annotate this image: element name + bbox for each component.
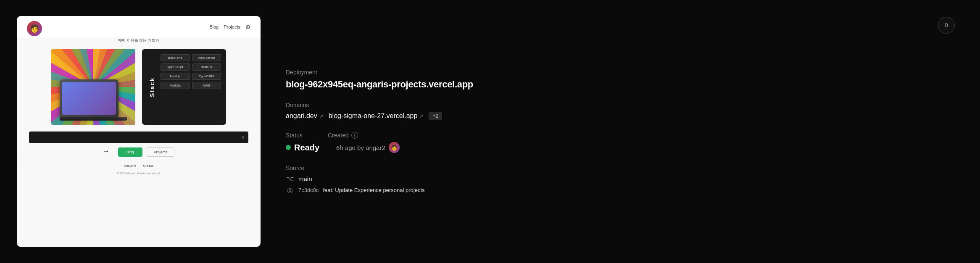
ready-text: Ready <box>294 143 319 153</box>
stack-badge-typescript: TypeScript <box>161 63 190 71</box>
stack-badge-nestjs: Nest.js <box>161 73 190 80</box>
commit-message: feat: Update Experience personal project… <box>323 187 424 193</box>
main-container: 🧑 Blog Projects ⊕ 매번 이유를 찾는 개발자 <box>0 0 980 263</box>
preview-iframe: 🧑 Blog Projects ⊕ 매번 이유를 찾는 개발자 <box>17 16 261 247</box>
domains-row: angari.dev ↗ blog-sigma-one-27.vercel.ap… <box>286 112 963 120</box>
domains-label: Domains <box>286 102 963 108</box>
created-label: Created <box>328 132 349 139</box>
footer-hash: # <box>242 135 244 139</box>
info-panel: Deployment blog-962x945eq-angaris-projec… <box>286 65 963 198</box>
status-section: Status Created i Ready 6h ago by angar2 … <box>286 132 963 153</box>
mock-github-bottom-link[interactable]: GitHub <box>143 164 153 168</box>
status-ready-row: Ready 6h ago by angar2 🧑 <box>286 142 963 153</box>
mock-projects-btn[interactable]: Projects <box>147 147 175 157</box>
domain2-text: blog-sigma-one-27.vercel.app <box>329 112 418 120</box>
mock-nav-links: Blog Projects ⊕ <box>209 24 250 30</box>
ready-dot <box>286 145 291 150</box>
plus-badge[interactable]: +2 <box>429 112 442 120</box>
laptop-screen <box>62 82 116 115</box>
mock-nav-buttons: → Blog Projects <box>17 147 261 157</box>
domain1-external-icon: ↗ <box>319 113 324 119</box>
source-section: Source ⌥ main ◎ 7c3dc0c feat: Update Exp… <box>286 165 963 194</box>
source-row: ⌥ main ◎ 7c3dc0c feat: Update Experience… <box>286 175 963 194</box>
mock-bottom-nav: Resume GitHub <box>17 161 261 170</box>
mock-laptop <box>60 70 127 121</box>
created-info: 6h ago by angar2 🧑 <box>336 142 400 153</box>
mock-logo: 🧑 <box>27 21 42 36</box>
created-col: Created i <box>328 132 358 139</box>
mock-projects-link[interactable]: Projects <box>224 24 240 29</box>
mock-blog-btn[interactable]: Blog <box>118 147 142 157</box>
laptop-base <box>60 117 127 121</box>
domain1-link[interactable]: angari.dev ↗ <box>286 112 324 120</box>
created-info-text: 6h ago by angar2 <box>336 144 385 151</box>
deployment-label: Deployment <box>286 69 963 76</box>
commit-icon: ◎ <box>286 186 294 194</box>
stack-badge-nodejs: Node.js <box>192 63 221 71</box>
mock-copyright: © 2024 Angari, Hosted on Vercel. <box>17 170 261 176</box>
mock-resume-link[interactable]: Resume <box>124 164 137 168</box>
branch-name[interactable]: main <box>298 175 312 182</box>
deployment-section: Deployment blog-962x945eq-angaris-projec… <box>286 69 963 90</box>
notification-badge[interactable]: 0 <box>938 17 955 34</box>
branch-item: ⌥ main <box>286 175 963 183</box>
commit-item: ◎ 7c3dc0c feat: Update Experience person… <box>286 186 963 194</box>
status-col-label: Status <box>286 132 311 139</box>
branch-icon: ⌥ <box>286 175 294 183</box>
commit-hash[interactable]: 7c3dc0c <box>298 187 319 193</box>
laptop-shape <box>60 79 119 117</box>
domain2-external-icon: ↗ <box>419 113 424 119</box>
mock-blog-link[interactable]: Blog <box>209 24 219 29</box>
mock-nav: 🧑 Blog Projects ⊕ <box>17 16 261 38</box>
mock-arrow: → <box>103 147 110 157</box>
stack-label: Stack <box>147 54 157 120</box>
source-label: Source <box>286 165 963 171</box>
user-avatar: 🧑 <box>389 142 400 153</box>
preview-panel: 🧑 Blog Projects ⊕ 매번 이유를 찾는 개발자 <box>17 16 261 247</box>
domains-section: Domains angari.dev ↗ blog-sigma-one-27.v… <box>286 102 963 120</box>
mock-content-area: Stack Back-end Web-server TypeScript Nod… <box>17 49 261 125</box>
info-icon[interactable]: i <box>351 132 358 139</box>
github-nav-icon[interactable]: ⊕ <box>245 24 250 30</box>
mock-stack-panel: Stack Back-end Web-server TypeScript Nod… <box>142 49 226 125</box>
mock-hero-subtitle: 매번 이유를 찾는 개발자 <box>17 38 261 43</box>
stack-badge-webserver: Web-server <box>192 54 221 61</box>
stack-badge-aws: AWS <box>192 82 221 89</box>
status-created-row: Status Created i <box>286 132 963 139</box>
mock-image-area <box>51 49 135 125</box>
domain1-text: angari.dev <box>286 112 317 120</box>
notification-count: 0 <box>945 22 948 29</box>
stack-grid: Back-end Web-server TypeScript Node.js N… <box>161 54 221 120</box>
stack-badge-mysql: MySQL <box>161 82 190 89</box>
stack-badge-backend: Back-end <box>161 54 190 61</box>
mock-footer-bar: # <box>29 132 248 143</box>
ready-badge: Ready <box>286 143 319 153</box>
stack-badge-typeorm: TypeORM <box>192 73 221 80</box>
deployment-url[interactable]: blog-962x945eq-angaris-projects.vercel.a… <box>286 79 963 90</box>
domain2-link[interactable]: blog-sigma-one-27.vercel.app ↗ <box>329 112 424 120</box>
